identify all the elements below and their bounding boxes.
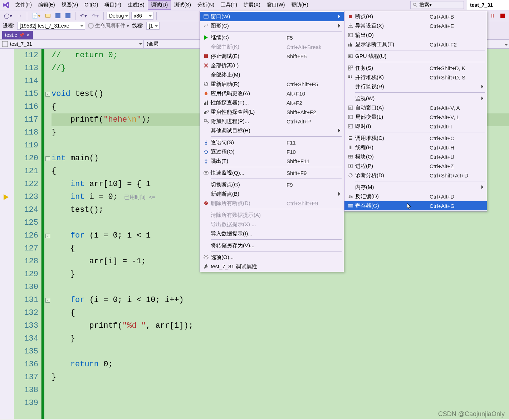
menu-生成b[interactable]: 生成(B) bbox=[124, 0, 148, 10]
nav-project-select[interactable]: test_7_31 bbox=[0, 40, 144, 48]
svg-rect-31 bbox=[348, 68, 350, 70]
menu-item[interactable]: 内存(M) bbox=[344, 182, 487, 192]
fold-toggle[interactable]: - bbox=[45, 92, 50, 97]
menu-item[interactable]: A自动窗口(A)Ctrl+Alt+V, A bbox=[344, 103, 487, 112]
menu-item[interactable]: 断点(B)Ctrl+Alt+B bbox=[344, 12, 487, 21]
pause-button[interactable]: ⏸ bbox=[488, 11, 497, 20]
menu-窗口w[interactable]: 窗口(W) bbox=[264, 0, 288, 10]
menu-item[interactable]: 1E反汇编(D)Ctrl+Alt+D bbox=[344, 192, 487, 201]
menu-item[interactable]: 显示诊断工具(T)Ctrl+Alt+F2 bbox=[344, 40, 487, 49]
code-line[interactable] bbox=[52, 345, 509, 358]
menu-item[interactable]: 异常设置(X)Ctrl+Alt+E bbox=[344, 21, 487, 30]
menu-item[interactable]: GPU 线程(U) bbox=[344, 52, 487, 61]
menu-item[interactable]: 监视(W) bbox=[344, 94, 487, 103]
fold-toggle[interactable]: - bbox=[45, 156, 50, 161]
new-dropdown[interactable]: 📄▾ bbox=[30, 11, 42, 20]
menu-视图v[interactable]: 视图(V) bbox=[58, 0, 82, 10]
menu-item[interactable]: test_7_31 调试属性 bbox=[200, 262, 344, 271]
save-button[interactable] bbox=[54, 11, 62, 20]
platform-select[interactable]: x86 bbox=[131, 12, 153, 20]
menu-item[interactable]: 重新启动(R)Ctrl+Shift+F5 bbox=[200, 79, 344, 89]
stop-button[interactable] bbox=[498, 11, 507, 20]
save-all-button[interactable] bbox=[64, 11, 72, 20]
folder-icon bbox=[45, 14, 50, 18]
code-line[interactable]: { bbox=[52, 307, 509, 319]
config-select[interactable]: Debug bbox=[107, 12, 130, 20]
close-icon[interactable]: ✕ bbox=[26, 31, 30, 39]
menu-item[interactable]: 全部终止(M) bbox=[200, 70, 344, 79]
process-select[interactable]: [19532] test_7_31.exe bbox=[17, 22, 85, 30]
menu-item-label: 选项(O)... bbox=[211, 254, 340, 261]
menu-分析n[interactable]: 分析(N) bbox=[194, 0, 217, 10]
menu-调试d[interactable]: 调试(D) bbox=[148, 0, 171, 10]
menu-item[interactable]: 切换断点(G)F9 bbox=[200, 180, 344, 189]
menu-文件f[interactable]: 文件(F) bbox=[12, 0, 35, 10]
menu-item-label: 监视(W) bbox=[355, 95, 481, 102]
code-line[interactable]: } bbox=[52, 371, 509, 384]
menu-item[interactable]: 逐过程(O)F10 bbox=[200, 147, 344, 156]
stepinto-icon bbox=[201, 140, 211, 145]
menu-item[interactable]: 并行监视(R) bbox=[344, 82, 487, 91]
menu-item[interactable]: 应用代码更改(A)Alt+F10 bbox=[200, 89, 344, 98]
menu-item[interactable]: 模块(O)Ctrl+Alt+U bbox=[344, 152, 487, 161]
fold-toggle[interactable]: - bbox=[45, 298, 50, 303]
menu-item[interactable]: 选项(O)... bbox=[200, 253, 344, 262]
menu-item[interactable]: 跳出(T)Shift+F11 bbox=[200, 156, 344, 166]
menu-item[interactable]: 继续(C)F5 bbox=[200, 33, 344, 42]
menu-item[interactable]: 输出(O) bbox=[344, 30, 487, 40]
menu-item[interactable]: 导入数据提示(I)... bbox=[200, 229, 344, 238]
redo-button[interactable]: ↷▾ bbox=[90, 11, 101, 20]
menu-item[interactable]: 全部拆离(L) bbox=[200, 61, 344, 70]
menu-item[interactable]: 新建断点(B) bbox=[200, 189, 344, 199]
menu-item[interactable]: 停止调试(E)Shift+F5 bbox=[200, 52, 344, 61]
menu-item[interactable]: 并行堆栈(K)Ctrl+Shift+D, S bbox=[344, 73, 487, 82]
menu-item[interactable]: 即时(I)Ctrl+Alt+I bbox=[344, 122, 487, 131]
menu-item[interactable]: L局部变量(L)Ctrl+Alt+V, L bbox=[344, 112, 487, 122]
menu-gitg[interactable]: Git(G) bbox=[81, 0, 101, 10]
menu-item[interactable]: 诊断分析(D)Ctrl+Shift+Alt+D bbox=[344, 171, 487, 180]
menu-item[interactable]: 附加到进程(P)...Ctrl+Alt+P bbox=[200, 117, 344, 126]
fold-toggle[interactable]: - bbox=[45, 234, 50, 238]
undo-button[interactable]: ↶▾ bbox=[78, 11, 89, 20]
menu-工具t[interactable]: 工具(T) bbox=[217, 0, 240, 10]
lifecycle-events[interactable]: 生命周期事件▾ bbox=[88, 23, 129, 29]
menu-item[interactable]: 逐语句(S)F11 bbox=[200, 138, 344, 147]
open-button[interactable] bbox=[44, 11, 52, 20]
nav-fwd-button[interactable]: → bbox=[15, 11, 24, 20]
svg-point-0 bbox=[413, 3, 416, 6]
menu-item[interactable]: 重启性能探查器(L)Shift+Alt+F2 bbox=[200, 107, 344, 117]
indicator-margin[interactable] bbox=[0, 49, 14, 419]
menu-item-label: 局部变量(L) bbox=[355, 114, 430, 121]
code-line[interactable] bbox=[52, 397, 509, 410]
doc-tab-test-c[interactable]: test.c 📌 ✕ bbox=[2, 31, 33, 39]
menu-item[interactable]: 调用堆栈(C)Ctrl+Alt+C bbox=[344, 133, 487, 143]
menu-item[interactable]: 图形(C) bbox=[200, 21, 344, 30]
code-line[interactable] bbox=[52, 384, 509, 397]
menu-item[interactable]: 进程(P)Ctrl+Alt+Z bbox=[344, 161, 487, 171]
menu-item[interactable]: 寄存器(G)Ctrl+Alt+G bbox=[344, 201, 487, 210]
menu-item[interactable]: 快速监视(Q)...Shift+F9 bbox=[200, 168, 344, 177]
menu-item[interactable]: 窗口(W) bbox=[200, 12, 344, 21]
pin-icon[interactable]: 📌 bbox=[19, 31, 24, 39]
fold-margin[interactable]: ---- bbox=[44, 49, 52, 419]
menu-item-shortcut: Ctrl+Alt+F2 bbox=[430, 41, 483, 48]
code-line[interactable]: } bbox=[52, 332, 509, 345]
menu-项目p[interactable]: 项目(P) bbox=[101, 0, 124, 10]
menu-item[interactable]: 将转储另存为(V)... bbox=[200, 241, 344, 250]
code-line[interactable] bbox=[52, 281, 509, 294]
menu-item[interactable]: 任务(S)Ctrl+Shift+D, K bbox=[344, 63, 487, 73]
menu-测试s[interactable]: 测试(S) bbox=[171, 0, 194, 10]
thread-select[interactable]: [1 bbox=[146, 22, 160, 30]
menu-扩展x[interactable]: 扩展(X) bbox=[240, 0, 264, 10]
menu-item[interactable]: 性能探查器(F)...Alt+F2 bbox=[200, 98, 344, 107]
menu-帮助h[interactable]: 帮助(H) bbox=[288, 0, 311, 10]
code-line[interactable]: return 0; bbox=[52, 358, 509, 371]
menu-item[interactable]: 其他调试目标(H) bbox=[200, 126, 344, 135]
code-line[interactable]: for (i = 0; i < 10; i++) bbox=[52, 294, 509, 307]
nav-back-button[interactable]: ◯▾ bbox=[2, 11, 14, 20]
submenu-arrow-icon bbox=[338, 24, 340, 28]
search-box[interactable]: 搜索▾ bbox=[410, 1, 464, 9]
menu-编辑e[interactable]: 编辑(E) bbox=[35, 0, 58, 10]
menu-item[interactable]: 线程(H)Ctrl+Alt+H bbox=[344, 143, 487, 152]
code-line[interactable]: printf("%d ", arr[i]); bbox=[52, 319, 509, 332]
